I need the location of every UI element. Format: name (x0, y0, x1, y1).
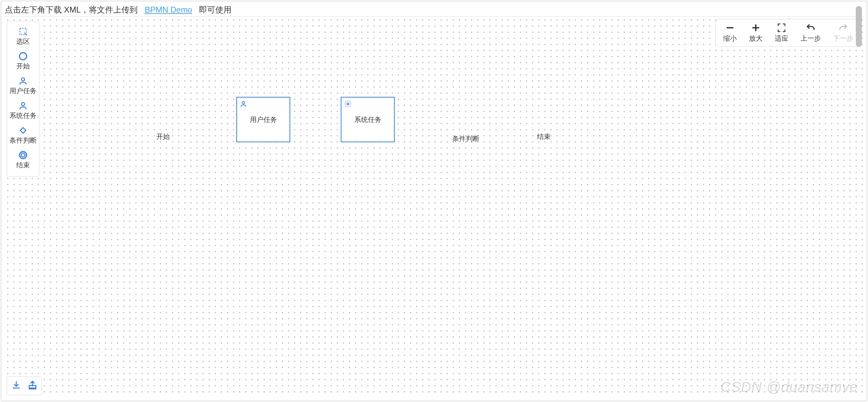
node-start-label: 开始 (156, 132, 170, 141)
zoom-in-label: 放大 (749, 34, 763, 43)
minus-icon (725, 23, 735, 33)
gateway-icon (7, 126, 39, 135)
lasso-icon (7, 27, 39, 36)
header-text-before: 点击左下角下载 XML，将文件上传到 (5, 5, 138, 14)
palette-start-label: 开始 (7, 62, 39, 71)
undo-label: 上一步 (801, 34, 821, 43)
user-icon (240, 100, 247, 108)
zoom-out-label: 缩小 (723, 34, 737, 43)
export-button[interactable] (27, 380, 38, 392)
scrollbar-thumb[interactable] (856, 6, 862, 47)
palette-service-task-label: 系统任务 (7, 111, 39, 120)
start-icon (7, 51, 39, 61)
palette-service-task[interactable]: 系统任务 (7, 99, 39, 124)
redo-icon (838, 23, 848, 33)
fit-label: 适应 (775, 34, 788, 43)
svg-point-4 (347, 103, 349, 105)
palette-lasso[interactable]: 选区 (7, 25, 39, 49)
bottom-toolbar (7, 376, 42, 395)
node-user-task[interactable]: 用户任务 (236, 97, 290, 142)
svg-rect-9 (20, 128, 26, 133)
user-icon (7, 76, 39, 86)
svg-point-8 (21, 103, 24, 106)
zoom-in-button[interactable]: 放大 (749, 23, 763, 43)
header-text-after: 即可使用 (199, 5, 232, 14)
redo-button[interactable]: 下一步 (833, 23, 853, 43)
end-icon (7, 150, 39, 160)
node-gateway-label: 条件判断 (452, 134, 479, 143)
download-icon (11, 380, 21, 390)
palette-lasso-label: 选区 (7, 37, 39, 46)
palette-gateway[interactable]: 条件判断 (7, 124, 39, 148)
canvas[interactable]: 用户任务 系统任务 开始 条件判断 结束 选区 开始 用户任务 系统任务 条件判… (5, 17, 863, 397)
undo-button[interactable]: 上一步 (801, 23, 821, 43)
header: 点击左下角下载 XML，将文件上传到 BPMN Demo 即可使用 (5, 3, 863, 17)
svg-point-7 (21, 78, 24, 81)
fit-button[interactable]: 适应 (775, 23, 788, 43)
zoom-out-button[interactable]: 缩小 (723, 23, 737, 43)
fit-icon (776, 23, 787, 33)
zoom-toolbar: 缩小 放大 适应 上一步 下一步 (715, 19, 861, 47)
palette-user-task-label: 用户任务 (7, 86, 39, 96)
svg-point-6 (20, 53, 27, 60)
node-end-label: 结束 (537, 132, 551, 141)
svg-point-11 (21, 153, 25, 157)
undo-icon (806, 23, 816, 33)
node-user-task-label: 用户任务 (250, 115, 277, 124)
svg-point-10 (20, 152, 27, 159)
redo-label: 下一步 (833, 34, 853, 43)
bpmn-demo-link[interactable]: BPMN Demo (145, 5, 192, 14)
scrollbar[interactable] (854, 3, 863, 399)
palette-end-label: 结束 (7, 161, 39, 170)
node-service-task-label: 系统任务 (354, 115, 381, 124)
download-button[interactable] (11, 380, 21, 392)
palette-gateway-label: 条件判断 (7, 136, 39, 145)
palette-start[interactable]: 开始 (7, 49, 39, 74)
node-service-task[interactable]: 系统任务 (341, 97, 395, 142)
gear-icon (344, 100, 352, 108)
palette-end[interactable]: 结束 (7, 148, 39, 173)
user-icon (7, 101, 39, 110)
palette-user-task[interactable]: 用户任务 (7, 74, 39, 99)
svg-point-3 (242, 102, 244, 104)
palette: 选区 开始 用户任务 系统任务 条件判断 结束 (7, 21, 39, 177)
export-icon (27, 380, 38, 390)
plus-icon (751, 23, 761, 33)
